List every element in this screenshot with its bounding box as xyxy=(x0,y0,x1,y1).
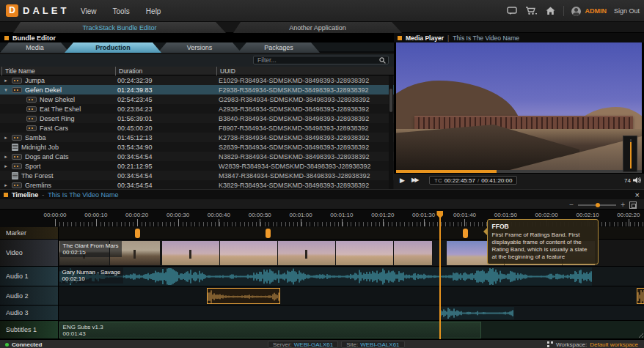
app-tab-0[interactable]: TrackStack Bundle Editor xyxy=(13,22,226,33)
fit-to-window-icon[interactable] xyxy=(629,201,637,209)
video-thumbnail[interactable] xyxy=(394,241,432,265)
table-scrollbar[interactable] xyxy=(389,75,393,189)
menu-tools[interactable]: Tools xyxy=(113,7,130,15)
scrollbar-thumb[interactable] xyxy=(389,89,392,112)
home-icon[interactable] xyxy=(544,5,556,17)
zoom-slider-handle[interactable] xyxy=(596,203,600,207)
zoom-slider[interactable] xyxy=(578,204,616,206)
ruler-label: 00:01:10 xyxy=(330,212,353,218)
thumbnail-figure xyxy=(133,250,136,259)
dalet-trackstack-app: D DALET ViewToolsHelp ADMIN Sign Out Tra… xyxy=(0,0,644,348)
menu-view[interactable]: View xyxy=(81,7,97,15)
expander-icon[interactable]: ▸ xyxy=(3,182,9,188)
document-icon xyxy=(12,144,18,151)
video-thumbnail[interactable] xyxy=(278,241,335,265)
video-thumbnail[interactable] xyxy=(220,241,277,265)
table-row[interactable]: ▸Sport00:21:12:95W2839-R384934-SDMSKMD-3… xyxy=(0,161,394,171)
tc-label: TC xyxy=(434,177,442,184)
playhead[interactable] xyxy=(439,217,441,339)
timeline-marker-icon[interactable] xyxy=(266,229,271,238)
thumbnail-figure xyxy=(189,250,191,259)
expander-icon[interactable]: ▸ xyxy=(3,163,9,169)
track-label-audio-2[interactable]: Audio 2 xyxy=(0,286,59,306)
video-thumbnail[interactable] xyxy=(162,241,219,265)
fast-forward-button[interactable]: ▶▶ xyxy=(411,177,417,183)
uuid-cell: K3829-R384934-SDMSKMD-38498393-J28938392 xyxy=(219,180,369,189)
monitor-icon[interactable] xyxy=(506,5,518,17)
tab-media[interactable]: Media xyxy=(0,42,70,53)
column-header-1[interactable]: Duration xyxy=(115,67,142,75)
menu-help[interactable]: Help xyxy=(146,7,161,15)
play-button[interactable]: ▶ xyxy=(400,177,405,184)
subtitle-clip[interactable]: ENG Subs v1.300:01:43 xyxy=(59,322,481,338)
title-cell: Desert Ring xyxy=(18,114,75,123)
tooltip-text: First Frame of Ratings Band. First displ… xyxy=(492,232,593,261)
expander-icon[interactable]: ▾ xyxy=(3,87,9,93)
column-header-2[interactable]: UUID xyxy=(216,67,235,75)
audio2-clip-selected[interactable] xyxy=(637,288,644,304)
track-label-audio-3[interactable]: Audio 3 xyxy=(0,306,59,321)
table-row[interactable]: Eat The Eshel00:23:84:23A2938-R384934-SD… xyxy=(0,104,394,114)
timeline-toolbar: − + xyxy=(0,199,644,210)
zoom-in-icon[interactable]: + xyxy=(621,202,625,208)
uuid-cell: A2938-R384934-SDMSKMD-38498393-J28938392 xyxy=(219,104,369,114)
cart-icon[interactable] xyxy=(525,5,537,17)
ruler-label: 00:02:20 xyxy=(617,212,640,218)
timecode-display[interactable]: TC 00:22:45:57 / 00:41:20:00 xyxy=(429,176,517,185)
table-row[interactable]: ▸Samba01:45:12:13K2738-R384934-SDMSKMD-3… xyxy=(0,133,394,142)
audio2-clip-selected[interactable] xyxy=(207,288,281,304)
table-row[interactable]: Desert Ring01:56:39:01B3840-R384934-SDMS… xyxy=(0,114,394,123)
title-name: Fast Cars xyxy=(40,125,68,132)
timeline-marker-icon[interactable] xyxy=(463,229,468,238)
audio2-track[interactable] xyxy=(0,286,644,306)
track-label-audio-1[interactable]: Audio 1 xyxy=(0,267,59,286)
video-thumbnail[interactable] xyxy=(336,241,393,265)
timeline-zoom-control: − + xyxy=(569,201,637,209)
workspace-value[interactable]: Default workspace xyxy=(590,341,638,348)
table-row[interactable]: ▾Gefen Dekel01:24:39:83F2938-R384934-SDM… xyxy=(0,85,394,95)
track-label-marker[interactable]: Marker xyxy=(0,227,59,240)
sign-out-link[interactable]: Sign Out xyxy=(614,7,640,15)
audio3-track[interactable] xyxy=(0,306,644,321)
site-box: Site: WEBI-GALX61 xyxy=(341,341,404,348)
volume-slider-popup[interactable] xyxy=(623,136,637,172)
media-type-icon xyxy=(26,97,37,103)
column-header-0[interactable]: Title Name xyxy=(1,67,35,75)
search-icon[interactable] xyxy=(379,57,386,64)
track-label-video[interactable]: Video xyxy=(0,240,59,267)
zoom-out-icon[interactable]: − xyxy=(569,202,574,208)
tooltip-title: FFOB xyxy=(492,223,593,230)
table-row[interactable]: ▸Gremlins00:34:54:54K3829-R384934-SDMSKM… xyxy=(0,180,394,189)
timeline-marker-icon[interactable] xyxy=(135,229,140,238)
expander-icon[interactable]: ▸ xyxy=(3,154,9,160)
table-row[interactable]: ▸Jumpa00:24:32:39E1029-R384934-SDMSKMD-3… xyxy=(0,75,394,85)
workspace-selector[interactable]: Workspace: Default workspace xyxy=(547,340,638,348)
audio3-clip[interactable] xyxy=(440,307,514,319)
title-cell: ▸Jumpa xyxy=(3,75,45,85)
title-cell: ▸Dogs and Cats xyxy=(3,152,69,161)
app-tab-1[interactable]: Another Application xyxy=(233,22,402,33)
table-row[interactable]: Midnight Job03:54:34:90S2839-R384934-SDM… xyxy=(0,142,394,152)
video-viewport[interactable] xyxy=(396,42,642,170)
table-row[interactable]: ▸Dogs and Cats00:34:54:54N3829-R384934-S… xyxy=(0,152,394,161)
timeline-tracks: MarkerVideoAudio 1Audio 2Audio 3Subtitle… xyxy=(0,227,644,339)
tab-production[interactable]: Production xyxy=(65,42,161,53)
user-avatar[interactable] xyxy=(571,7,581,16)
audio1-clip[interactable]: Gary Numan - Savage00:02:10 xyxy=(59,267,592,286)
volume-slider-fill[interactable] xyxy=(630,142,632,169)
tab-versions[interactable]: Versions xyxy=(158,42,241,53)
speaker-icon[interactable] xyxy=(632,177,641,184)
expander-icon[interactable]: ▸ xyxy=(3,135,9,141)
table-row[interactable]: New Shekel02:54:23:45G2983-R384934-SDMSK… xyxy=(0,95,394,104)
table-row[interactable]: Fast Cars00:45:00:20F8907-R384934-SDMSKM… xyxy=(0,123,394,133)
filter-input[interactable] xyxy=(254,56,379,64)
video-name: This Is The Video Name xyxy=(453,34,519,42)
bundle-bullet-icon xyxy=(4,36,9,40)
duration-cell: 00:34:54:54 xyxy=(117,152,153,161)
close-icon[interactable]: × xyxy=(635,190,640,199)
expander-icon[interactable]: ▸ xyxy=(3,78,9,84)
tab-packages[interactable]: Packages xyxy=(238,42,320,53)
table-row[interactable]: The Forest00:34:54:54M3847-R384934-SDMSK… xyxy=(0,171,394,180)
timeline-video-name: This Is The Video Name xyxy=(48,191,118,199)
track-label-subtitles-1[interactable]: Subtitles 1 xyxy=(0,321,59,339)
